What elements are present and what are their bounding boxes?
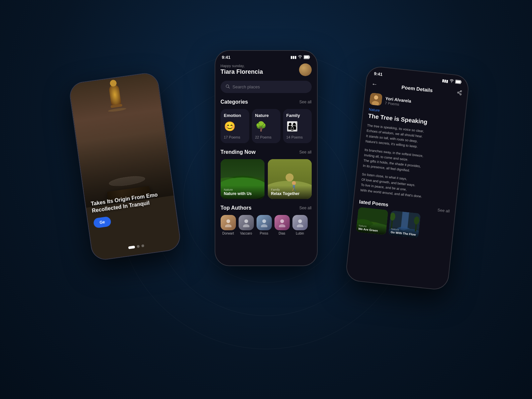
author-name-4: Dias [278, 232, 285, 235]
family-name: Family [286, 113, 300, 118]
trending-nature[interactable]: Nature Nature with Us [221, 159, 265, 199]
related-poem-2[interactable]: Nature Go With The Flow [388, 210, 420, 238]
trending-title: Trending Now [221, 149, 256, 155]
author-name-5: Lubin [296, 232, 304, 235]
poem-body-text: The tree is speaking, its voice so clear… [355, 122, 463, 203]
svg-point-19 [243, 224, 250, 227]
nature-card-overlay: Nature Nature with Us [221, 185, 265, 199]
phone-center: 9:41 ▮▮▮ Happy sunday, Tiara Florencia [215, 50, 318, 266]
nature-name: Nature [255, 113, 269, 118]
related-poem-1[interactable]: Nature We Are Green [356, 207, 388, 235]
trending-family-title: Relax Together [271, 191, 308, 196]
authors-see-all[interactable]: See all [299, 206, 312, 210]
category-family[interactable]: Family 👨‍👩‍👦 14 Poems [283, 109, 312, 143]
nature-count: 22 Poems [255, 135, 272, 139]
dot-1 [128, 246, 135, 249]
share-button[interactable] [456, 89, 462, 97]
right-time: 9:41 [373, 71, 382, 77]
svg-point-18 [244, 219, 248, 223]
svg-point-20 [262, 219, 266, 223]
categories-grid: Emotion 😊 17 Poems Nature 🌳 22 Poems Fam… [221, 109, 312, 143]
stanza-2-line: Its branches sway, in the softest breeze… [363, 148, 423, 172]
emotion-icon: 😊 [224, 122, 236, 131]
trending-nature-title: Nature with Us [224, 191, 261, 196]
svg-line-32 [459, 91, 460, 92]
trending-see-all[interactable]: See all [299, 150, 312, 154]
related-poems-section: lated Poems See all [351, 195, 456, 242]
stanza-1-line: The tree is speaking, its voice so clear… [365, 123, 424, 148]
greeting-label: Happy sunday, [221, 64, 263, 68]
right-wifi-icon [449, 78, 454, 84]
svg-point-21 [261, 224, 267, 227]
trending-family[interactable]: Family Relax Together [268, 159, 312, 199]
svg-point-23 [279, 224, 285, 227]
trending-grid: Nature Nature with Us [221, 159, 312, 199]
search-placeholder-text: Search places [233, 84, 260, 89]
svg-rect-1 [304, 56, 309, 58]
author-lubin[interactable]: Lubin [292, 215, 308, 235]
categories-header: Categories See all [221, 99, 312, 105]
wifi-icon [298, 55, 302, 60]
user-avatar[interactable] [299, 63, 312, 76]
svg-line-3 [228, 87, 229, 88]
emotion-name: Emotion [224, 113, 241, 118]
nature-icon: 🌳 [255, 122, 267, 131]
emotion-count: 17 Poems [224, 135, 241, 139]
author-dias[interactable]: Dias [274, 215, 290, 235]
family-count: 14 Poems [286, 135, 303, 139]
back-button[interactable]: ← [371, 80, 377, 88]
categories-see-all[interactable]: See all [299, 100, 312, 104]
author-name-1: Dorwart [222, 232, 234, 235]
center-phone-content: Happy sunday, Tiara Florencia Search pla… [215, 62, 317, 260]
dot-3 [141, 244, 144, 247]
svg-rect-27 [456, 80, 461, 83]
svg-point-17 [225, 224, 232, 227]
related-title-text: lated Poems [359, 199, 388, 207]
author-5-image [292, 215, 308, 230]
family-icon: 👨‍👩‍👦 [286, 122, 298, 131]
svg-point-16 [226, 219, 230, 223]
author-4-image [274, 215, 290, 230]
poem-detail-title: Poem Details [401, 84, 433, 93]
author-name-2: Vaccaro [240, 232, 252, 235]
author-name-3: Press [260, 232, 268, 235]
related-see-all[interactable]: See all [437, 207, 450, 213]
right-battery-icon [455, 79, 462, 85]
phones-container: Takes Its Origin From Emo Recollected In… [100, 50, 432, 349]
svg-point-25 [297, 224, 303, 227]
battery-icon [304, 55, 310, 60]
avatar-image [299, 63, 312, 76]
author-avatar-2 [239, 215, 254, 230]
carousel-dots [128, 244, 144, 249]
right-phone-content: ← Poem Details [346, 77, 468, 285]
svg-line-31 [459, 93, 460, 94]
author-dorwart[interactable]: Dorwart [221, 215, 236, 235]
right-status-icons: ▮▮▮ [442, 78, 462, 85]
phone-left: Takes Its Origin From Emo Recollected In… [68, 71, 182, 261]
author-avatar-3 [257, 215, 272, 230]
dot-2 [137, 245, 140, 248]
center-status-icons: ▮▮▮ [290, 55, 310, 60]
poem-author-info: Yori Alvarela 7 Poems [384, 96, 411, 107]
trending-header: Trending Now See all [221, 149, 312, 155]
authors-title: Top Authors [221, 205, 252, 211]
trending-nature-category: Nature [224, 188, 261, 191]
author-vaccaro[interactable]: Vaccaro [239, 215, 254, 235]
search-bar[interactable]: Search places [221, 81, 312, 93]
category-nature[interactable]: Nature 🌳 22 Poems [252, 109, 280, 143]
stanza-3-line: So listen close, to what it says, Of lov… [360, 172, 422, 198]
search-icon [225, 84, 230, 90]
author-1-image [221, 215, 236, 230]
greeting-text-area: Happy sunday, Tiara Florencia [221, 64, 263, 75]
left-phone-content: Takes Its Origin From Emo Recollected In… [68, 72, 181, 261]
user-name: Tiara Florencia [221, 68, 263, 75]
author-press[interactable]: Press [257, 215, 272, 235]
svg-point-24 [298, 219, 302, 223]
poem-author-avatar [369, 93, 382, 106]
category-emotion[interactable]: Emotion 😊 17 Poems [221, 109, 249, 143]
authors-row: Dorwart Vaccaro [221, 215, 312, 235]
phone-right: 9:41 ▮▮▮ ← Poem Details [345, 65, 470, 291]
trending-family-category: Family [271, 188, 308, 191]
signal-icon: ▮▮▮ [290, 55, 296, 59]
left-phone-button[interactable]: Ge [93, 216, 111, 228]
